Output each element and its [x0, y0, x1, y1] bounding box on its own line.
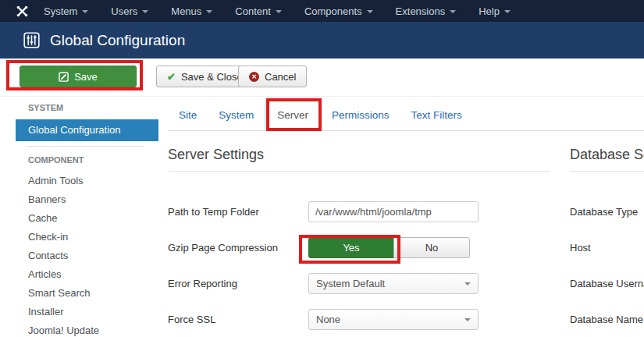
server-settings-section: Server Settings Path to Temp Folder Gzip… — [168, 131, 550, 337]
force-ssl-value: None — [316, 314, 340, 325]
sidebar-component-list: Admin Tools Banners Cache Check-in Conta… — [16, 172, 158, 337]
save-close-button-label: Save & Close — [181, 71, 243, 83]
admin-menubar: System Users Menus Content Components Ex… — [0, 0, 644, 22]
force-ssl-select[interactable]: None — [308, 309, 479, 330]
field-row-path-to-temp-folder: Path to Temp Folder — [168, 201, 550, 222]
force-ssl-label: Force SSL — [168, 314, 308, 325]
cancel-button[interactable]: ✕ Cancel — [238, 66, 307, 87]
database-type-label: Database Type — [570, 201, 644, 222]
config-tabs: Site System Server Permissions Text Filt… — [168, 98, 644, 131]
menu-users-label: Users — [111, 5, 137, 17]
sidebar-item-articles[interactable]: Articles — [16, 265, 158, 284]
settings-columns: Server Settings Path to Temp Folder Gzip… — [168, 131, 644, 337]
field-row-gzip-compression: Gzip Page Compression Yes No — [168, 237, 550, 258]
path-to-temp-folder-label: Path to Temp Folder — [168, 206, 308, 218]
page-title: Global Configuration — [50, 32, 185, 49]
cancel-x-icon: ✕ — [249, 72, 259, 82]
check-icon: ✔ — [167, 71, 176, 83]
database-name-label: Database Name — [570, 309, 644, 330]
menu-system[interactable]: System — [44, 5, 88, 17]
menu-system-label: System — [44, 5, 77, 17]
chevron-down-icon — [450, 10, 456, 13]
menu-components-label: Components — [304, 5, 362, 17]
tab-text-filters[interactable]: Text Filters — [400, 100, 473, 130]
sidebar-header-system: SYSTEM — [16, 102, 158, 113]
menu-users[interactable]: Users — [111, 5, 148, 17]
chevron-down-icon — [142, 10, 148, 13]
menu-help[interactable]: Help — [479, 5, 511, 17]
sidebar: SYSTEM Global Configuration COMPONENT Ad… — [16, 102, 158, 337]
chevron-down-icon — [504, 10, 511, 13]
sidebar-item-admin-tools[interactable]: Admin Tools — [16, 172, 158, 190]
cancel-button-label: Cancel — [265, 71, 296, 83]
chevron-down-icon — [464, 318, 471, 321]
page-header-bar: Global Configuration — [0, 22, 644, 59]
menu-help-label: Help — [479, 5, 500, 17]
joomla-admin-screen: System Users Menus Content Components Ex… — [0, 0, 644, 337]
chevron-down-icon — [206, 10, 212, 13]
tab-permissions[interactable]: Permissions — [321, 100, 400, 130]
gzip-no-button[interactable]: No — [393, 237, 470, 258]
database-username-label: Database Username — [570, 273, 644, 294]
main-content: Site System Server Permissions Text Filt… — [168, 98, 644, 337]
menu-content-label: Content — [235, 5, 271, 17]
database-settings-form: Database Type Host Database Username Dat… — [570, 201, 644, 330]
sidebar-header-component: COMPONENT — [16, 154, 158, 165]
error-reporting-select[interactable]: System Default — [308, 273, 479, 294]
path-to-temp-folder-input[interactable] — [308, 201, 479, 222]
save-button-label: Save — [74, 71, 98, 83]
sidebar-item-cache[interactable]: Cache — [16, 209, 158, 228]
gzip-yes-button[interactable]: Yes — [308, 237, 394, 258]
joomla-logo-icon — [16, 5, 29, 18]
toolbar: Save ✔ Save & Close ✕ Cancel — [0, 59, 644, 97]
tab-site[interactable]: Site — [168, 100, 208, 130]
chevron-down-icon — [82, 10, 88, 13]
apply-pencil-icon — [59, 72, 69, 82]
server-settings-form: Path to Temp Folder Gzip Page Compressio… — [168, 201, 550, 330]
save-button[interactable]: Save — [20, 66, 137, 87]
chevron-down-icon — [367, 10, 373, 13]
sidebar-item-check-in[interactable]: Check-in — [16, 228, 158, 247]
sidebar-item-banners[interactable]: Banners — [16, 190, 158, 209]
gzip-toggle-group: Yes No — [308, 237, 470, 258]
host-label: Host — [570, 237, 644, 258]
server-settings-title: Server Settings — [168, 147, 550, 172]
chevron-down-icon — [276, 10, 282, 13]
menu-extensions[interactable]: Extensions — [396, 5, 457, 17]
menu-components[interactable]: Components — [304, 5, 373, 17]
menu-menus-label: Menus — [171, 5, 201, 17]
chevron-down-icon — [464, 282, 471, 286]
sidebar-divider — [27, 146, 144, 147]
tab-system[interactable]: System — [208, 100, 265, 130]
menu-content[interactable]: Content — [235, 5, 282, 17]
sidebar-item-installer[interactable]: Installer — [16, 303, 158, 321]
sidebar-item-joomla-update[interactable]: Joomla! Update — [16, 321, 158, 337]
database-settings-section: Database Settings Database Type Host Dat… — [570, 131, 644, 337]
sidebar-item-contacts[interactable]: Contacts — [16, 247, 158, 265]
options-sliders-icon — [23, 32, 40, 48]
field-row-error-reporting: Error Reporting System Default — [168, 273, 550, 294]
gzip-compression-label: Gzip Page Compression — [168, 242, 308, 254]
menu-menus[interactable]: Menus — [171, 5, 212, 17]
sidebar-item-smart-search[interactable]: Smart Search — [16, 284, 158, 303]
error-reporting-value: System Default — [316, 278, 385, 289]
sidebar-item-global-configuration[interactable]: Global Configuration — [16, 119, 158, 141]
database-settings-title: Database Settings — [570, 147, 644, 172]
error-reporting-label: Error Reporting — [168, 278, 308, 289]
tab-server[interactable]: Server — [265, 100, 321, 131]
menu-extensions-label: Extensions — [396, 5, 446, 17]
field-row-force-ssl: Force SSL None — [168, 309, 550, 330]
